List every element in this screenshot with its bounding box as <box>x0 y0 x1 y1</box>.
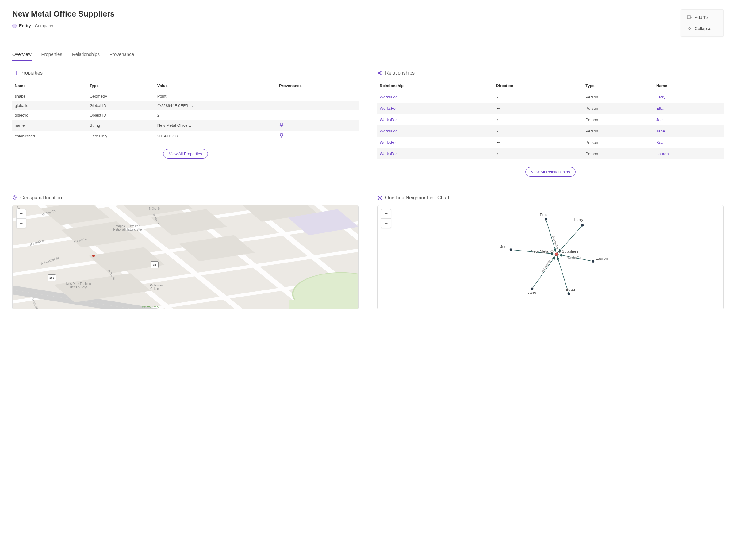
svg-line-47 <box>380 198 381 199</box>
geospatial-title: Geospatial location <box>20 195 62 201</box>
table-row[interactable]: WorksFor←PersonLauren <box>377 148 724 159</box>
relationships-table: Relationship Direction Type Name WorksFo… <box>377 80 724 159</box>
rel-name-link[interactable]: Lauren <box>654 148 724 159</box>
page-title: New Metal Office Suppliers <box>12 9 681 19</box>
table-row[interactable]: establishedDate Only2014-01-23 <box>12 131 359 141</box>
rel-name-link[interactable]: Joe <box>654 114 724 125</box>
rel-name-link[interactable]: Larry <box>654 91 724 103</box>
rel-name-link[interactable]: Beau <box>654 137 724 148</box>
prop-value: Point <box>155 91 277 101</box>
chart-node-beau[interactable] <box>568 293 570 295</box>
provenance-pin-icon[interactable] <box>279 124 284 128</box>
prop-type: Date Only <box>87 131 155 141</box>
svg-line-45 <box>380 197 381 198</box>
rel-direction: ← <box>493 103 583 114</box>
tab-overview[interactable]: Overview <box>12 49 32 61</box>
collapse-button[interactable]: Collapse <box>681 23 723 34</box>
add-to-button[interactable]: Add To <box>681 12 723 23</box>
prop-provenance-cell <box>277 120 359 131</box>
prop-provenance-cell <box>277 131 359 141</box>
chart-node-joe[interactable] <box>510 248 512 251</box>
arrow-left-icon: ← <box>496 139 501 145</box>
arrow-left-icon: ← <box>496 117 501 123</box>
table-row[interactable]: WorksFor←PersonEtta <box>377 103 724 114</box>
prop-col-provenance[interactable]: Provenance <box>277 80 359 91</box>
rel-name-link[interactable]: Jane <box>654 125 724 137</box>
rel-direction: ← <box>493 91 583 103</box>
rel-col-relationship[interactable]: Relationship <box>377 80 493 91</box>
relationships-section: Relationships Relationship Direction Typ… <box>377 70 724 177</box>
rel-name-link[interactable]: Etta <box>654 103 724 114</box>
table-row[interactable]: globalidGlobal ID{A228944F-0EF5-… <box>12 101 359 110</box>
tab-provenance[interactable]: Provenance <box>109 49 134 61</box>
table-row[interactable]: WorksFor←PersonBeau <box>377 137 724 148</box>
table-row[interactable]: WorksFor←PersonJane <box>377 125 724 137</box>
rel-direction: ← <box>493 125 583 137</box>
chart-node-etta[interactable] <box>545 218 547 221</box>
add-to-icon <box>687 15 692 20</box>
link-chart-title: One-hop Neighbor Link Chart <box>385 195 449 201</box>
rel-relationship-link[interactable]: WorksFor <box>377 103 493 114</box>
rel-relationship-link[interactable]: WorksFor <box>377 91 493 103</box>
arrow-left-icon: ← <box>496 128 501 134</box>
tab-properties[interactable]: Properties <box>41 49 62 61</box>
map-panel[interactable]: + − <box>12 205 359 309</box>
rel-direction: ← <box>493 114 583 125</box>
edge-label: WorksFor <box>551 235 559 250</box>
link-chart-canvas[interactable]: WorksFor WorksFor WorksFor Etta Larry Jo… <box>378 205 723 309</box>
table-row[interactable]: WorksFor←PersonJoe <box>377 114 724 125</box>
map-zoom-controls: + − <box>16 209 26 228</box>
link-chart-icon <box>377 195 382 200</box>
rel-col-type[interactable]: Type <box>583 80 654 91</box>
table-row[interactable]: nameStringNew Metal Office … <box>12 120 359 131</box>
route-badge-250: 250 <box>48 274 56 281</box>
table-row[interactable]: WorksFor←PersonLarry <box>377 91 724 103</box>
chart-zoom-in-button[interactable]: + <box>381 209 391 219</box>
chart-zoom-out-button[interactable]: − <box>381 219 391 228</box>
rel-relationship-link[interactable]: WorksFor <box>377 114 493 125</box>
svg-marker-32 <box>61 221 137 247</box>
prop-col-type[interactable]: Type <box>87 80 155 91</box>
rel-relationship-link[interactable]: WorksFor <box>377 137 493 148</box>
rel-type: Person <box>583 125 654 137</box>
tab-relationships[interactable]: Relationships <box>72 49 100 61</box>
map-zoom-out-button[interactable]: − <box>17 219 26 228</box>
chart-zoom-controls: + − <box>381 209 391 228</box>
arrow-left-icon: ← <box>496 94 501 100</box>
prop-type: Global ID <box>87 101 155 110</box>
prop-col-value[interactable]: Value <box>155 80 277 91</box>
provenance-pin-icon[interactable] <box>279 134 284 139</box>
rel-col-direction[interactable]: Direction <box>493 80 583 91</box>
rel-type: Person <box>583 137 654 148</box>
rel-relationship-link[interactable]: WorksFor <box>377 148 493 159</box>
entity-type-icon <box>12 24 17 28</box>
collapse-label: Collapse <box>695 26 711 31</box>
prop-name: globalid <box>12 101 87 110</box>
table-row[interactable]: shapeGeometryPoint <box>12 91 359 101</box>
prop-value: New Metal Office … <box>155 120 277 131</box>
rel-type: Person <box>583 148 654 159</box>
table-row[interactable]: objectidObject ID2 <box>12 110 359 120</box>
prop-provenance-cell <box>277 91 359 101</box>
properties-table: Name Type Value Provenance shapeGeometry… <box>12 80 359 141</box>
prop-type: Geometry <box>87 91 155 101</box>
chart-label-jane: Jane <box>527 290 536 295</box>
chart-node-lauren[interactable] <box>592 260 594 263</box>
link-chart-panel[interactable]: + − WorksFor WorksFor WorksFor <box>377 205 724 309</box>
relationships-title: Relationships <box>385 70 415 76</box>
location-pin-icon <box>12 195 17 200</box>
view-all-relationships-button[interactable]: View All Relationships <box>525 167 576 177</box>
map-entity-point[interactable] <box>92 255 95 257</box>
map-canvas[interactable]: W Clay St E Clay St W Marshall St Marsha… <box>13 205 358 309</box>
chart-node-larry[interactable] <box>581 224 584 227</box>
prop-col-name[interactable]: Name <box>12 80 87 91</box>
view-all-properties-button[interactable]: View All Properties <box>163 149 208 159</box>
map-zoom-in-button[interactable]: + <box>17 209 26 219</box>
prop-name: shape <box>12 91 87 101</box>
rel-col-name[interactable]: Name <box>654 80 724 91</box>
chart-label-lauren: Lauren <box>596 256 608 261</box>
rel-relationship-link[interactable]: WorksFor <box>377 125 493 137</box>
rel-type: Person <box>583 91 654 103</box>
chart-node-jane[interactable] <box>531 287 533 290</box>
chart-label-beau: Beau <box>566 287 575 292</box>
